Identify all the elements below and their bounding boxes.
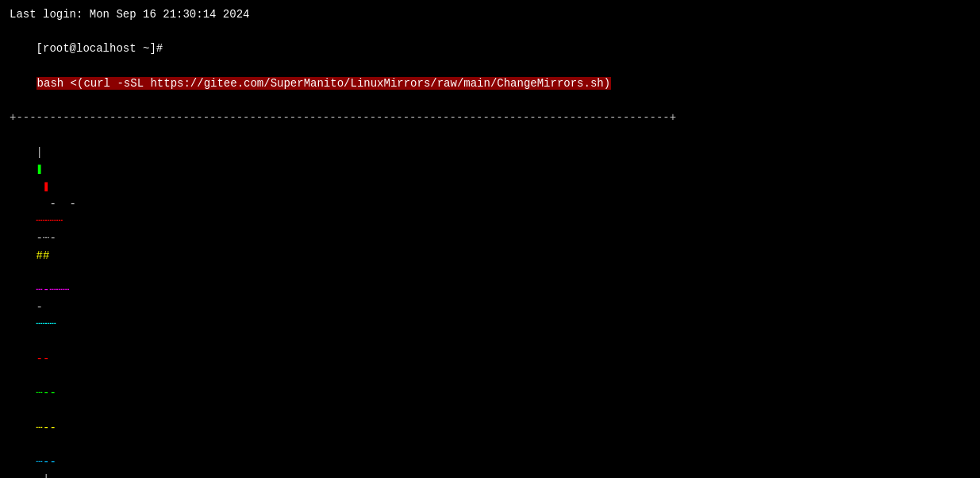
last-login-line: Last login: Mon Sep 16 21:30:14 2024: [10, 6, 970, 24]
command-text[interactable]: bash <(curl -sSL https://gitee.com/Super…: [37, 77, 612, 90]
terminal-window: Last login: Mon Sep 16 21:30:14 2024 [ro…: [10, 6, 970, 478]
border-top: +---------------------------------------…: [10, 110, 970, 127]
command-line: [root@localhost ~]# bash <(curl -sSL htt…: [10, 24, 970, 110]
prompt: [root@localhost ~]#: [37, 42, 163, 55]
logo-row1: | ❚ ❚ - - ┄┄┄┄ -┄- ## ┄-┄┄┄ - ┄┄┄ -- ┄--…: [10, 127, 970, 478]
